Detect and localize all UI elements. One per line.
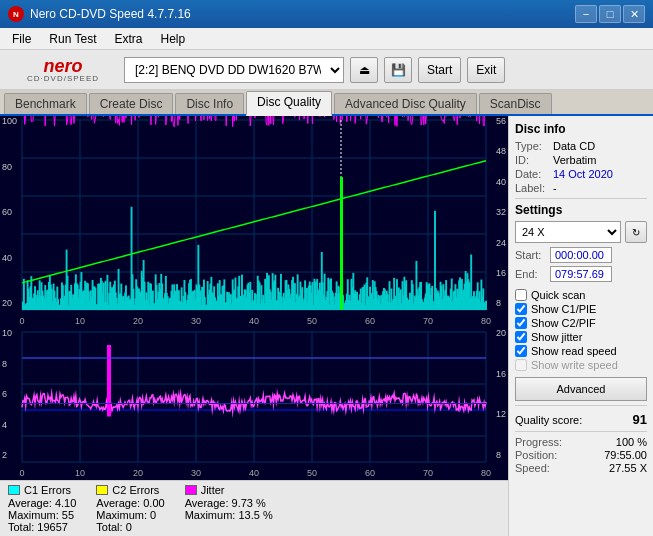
show-jitter-row: Show jitter — [515, 331, 647, 343]
speed-value: 27.55 X — [609, 462, 647, 474]
menu-bar: File Run Test Extra Help — [0, 28, 653, 50]
legend-c1: C1 Errors Average: 4.10 Maximum: 55 Tota… — [8, 484, 76, 533]
exit-button[interactable]: Exit — [467, 57, 505, 83]
legend-jitter: Jitter Average: 9.73 % Maximum: 13.5 % — [185, 484, 273, 533]
tabs-bar: Benchmark Create Disc Disc Info Disc Qua… — [0, 90, 653, 116]
nero-logo: nero CD·DVD/SPEED — [8, 52, 118, 88]
title-bar-controls: − □ ✕ — [575, 5, 645, 23]
show-write-speed-label: Show write speed — [531, 359, 618, 371]
show-c1pie-checkbox[interactable] — [515, 303, 527, 315]
quick-scan-checkbox[interactable] — [515, 289, 527, 301]
progress-value: 100 % — [616, 436, 647, 448]
show-write-speed-checkbox[interactable] — [515, 359, 527, 371]
id-row: ID: Verbatim — [515, 154, 647, 166]
title-bar-text: Nero CD-DVD Speed 4.7.7.16 — [30, 7, 191, 21]
divider-2 — [515, 405, 647, 406]
show-c1pie-label: Show C1/PIE — [531, 303, 596, 315]
c1-label: C1 Errors — [24, 484, 71, 496]
id-value: Verbatim — [553, 154, 596, 166]
show-read-speed-label: Show read speed — [531, 345, 617, 357]
start-time-row: Start: 000:00.00 — [515, 247, 647, 263]
jitter-avg: Average: 9.73 % — [185, 497, 273, 509]
show-c1pie-row: Show C1/PIE — [515, 303, 647, 315]
position-row: Position: 79:55.00 — [515, 449, 647, 461]
speed-select[interactable]: 24 X Max 4 X 8 X 16 X — [515, 221, 621, 243]
tab-advanced-disc-quality[interactable]: Advanced Disc Quality — [334, 93, 477, 114]
menu-file[interactable]: File — [4, 30, 39, 48]
show-c2pif-label: Show C2/PIF — [531, 317, 596, 329]
c2-label: C2 Errors — [112, 484, 159, 496]
divider-1 — [515, 198, 647, 199]
quick-scan-row: Quick scan — [515, 289, 647, 301]
app-icon: N — [8, 6, 24, 22]
right-panel: Disc info Type: Data CD ID: Verbatim Dat… — [508, 116, 653, 536]
quality-score-label: Quality score: — [515, 414, 582, 426]
speed-settings-row: 24 X Max 4 X 8 X 16 X ↻ — [515, 221, 647, 243]
show-jitter-label: Show jitter — [531, 331, 582, 343]
c2-max: Maximum: 0 — [96, 509, 164, 521]
c1-total: Total: 19657 — [8, 521, 76, 533]
close-button[interactable]: ✕ — [623, 5, 645, 23]
end-time-row: End: 079:57.69 — [515, 266, 647, 282]
maximize-button[interactable]: □ — [599, 5, 621, 23]
show-read-speed-checkbox[interactable] — [515, 345, 527, 357]
divider-3 — [515, 431, 647, 432]
save-icon-button[interactable]: 💾 — [384, 57, 412, 83]
label-row: Label: - — [515, 182, 647, 194]
tab-create-disc[interactable]: Create Disc — [89, 93, 174, 114]
minimize-button[interactable]: − — [575, 5, 597, 23]
end-time-value: 079:57.69 — [550, 266, 612, 282]
jitter-max: Maximum: 13.5 % — [185, 509, 273, 521]
label-value: - — [553, 182, 557, 194]
settings-title: Settings — [515, 203, 647, 217]
tab-scan-disc[interactable]: ScanDisc — [479, 93, 552, 114]
progress-section: Progress: 100 % Position: 79:55.00 Speed… — [515, 436, 647, 474]
c1-color-box — [8, 485, 20, 495]
type-value: Data CD — [553, 140, 595, 152]
menu-run-test[interactable]: Run Test — [41, 30, 104, 48]
quality-score-value: 91 — [633, 412, 647, 427]
chart-bottom: 10 8 6 4 2 20 16 12 8 — [0, 328, 508, 480]
date-row: Date: 14 Oct 2020 — [515, 168, 647, 180]
eject-icon-button[interactable]: ⏏ — [350, 57, 378, 83]
tab-benchmark[interactable]: Benchmark — [4, 93, 87, 114]
main-content: 100 80 60 40 20 56 48 40 32 24 16 8 10 — [0, 116, 653, 536]
chart-top: 100 80 60 40 20 56 48 40 32 24 16 8 — [0, 116, 508, 328]
tab-disc-quality[interactable]: Disc Quality — [246, 91, 332, 116]
quality-score-row: Quality score: 91 — [515, 412, 647, 427]
legend-area: C1 Errors Average: 4.10 Maximum: 55 Tota… — [0, 480, 508, 536]
title-bar: N Nero CD-DVD Speed 4.7.7.16 − □ ✕ — [0, 0, 653, 28]
advanced-button[interactable]: Advanced — [515, 377, 647, 401]
disc-info-title: Disc info — [515, 122, 647, 136]
legend-c2: C2 Errors Average: 0.00 Maximum: 0 Total… — [96, 484, 164, 533]
start-time-value: 000:00.00 — [550, 247, 612, 263]
c2-color-box — [96, 485, 108, 495]
drive-select[interactable]: [2:2] BENQ DVD DD DW1620 B7W9 — [124, 57, 344, 83]
jitter-color-box — [185, 485, 197, 495]
c1-avg: Average: 4.10 — [8, 497, 76, 509]
position-value: 79:55.00 — [604, 449, 647, 461]
type-row: Type: Data CD — [515, 140, 647, 152]
speed-row: Speed: 27.55 X — [515, 462, 647, 474]
c2-total: Total: 0 — [96, 521, 164, 533]
jitter-label: Jitter — [201, 484, 225, 496]
refresh-icon-button[interactable]: ↻ — [625, 221, 647, 243]
progress-row: Progress: 100 % — [515, 436, 647, 448]
toolbar: nero CD·DVD/SPEED [2:2] BENQ DVD DD DW16… — [0, 50, 653, 90]
show-c2pif-checkbox[interactable] — [515, 317, 527, 329]
quick-scan-label: Quick scan — [531, 289, 585, 301]
menu-extra[interactable]: Extra — [106, 30, 150, 48]
tab-disc-info[interactable]: Disc Info — [175, 93, 244, 114]
show-write-speed-row: Show write speed — [515, 359, 647, 371]
show-jitter-checkbox[interactable] — [515, 331, 527, 343]
c1-max: Maximum: 55 — [8, 509, 76, 521]
date-value: 14 Oct 2020 — [553, 168, 613, 180]
menu-help[interactable]: Help — [153, 30, 194, 48]
show-c2pif-row: Show C2/PIF — [515, 317, 647, 329]
start-button[interactable]: Start — [418, 57, 461, 83]
show-read-speed-row: Show read speed — [515, 345, 647, 357]
chart-area: 100 80 60 40 20 56 48 40 32 24 16 8 10 — [0, 116, 508, 536]
c2-avg: Average: 0.00 — [96, 497, 164, 509]
